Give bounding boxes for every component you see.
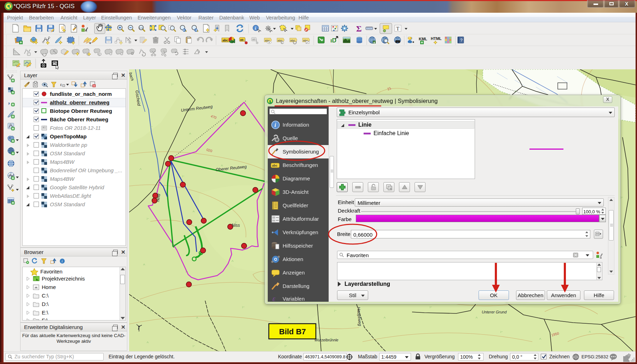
svg-text:Wurzelbrünnle: Wurzelbrünnle (314, 338, 338, 342)
svg-text:a: a (600, 256, 602, 259)
svg-text:1:1: 1:1 (139, 27, 143, 30)
svg-text:a: a (85, 29, 87, 32)
svg-text:?: ? (460, 38, 463, 43)
svg-text:i: i (274, 122, 276, 128)
svg-text:E:\: E:\ (42, 310, 48, 316)
svg-text:ε: ε (60, 82, 62, 87)
svg-text:F:\: F:\ (42, 317, 48, 320)
svg-text:abc: abc (272, 164, 278, 167)
svg-text:ab: ab (252, 38, 255, 41)
svg-text:i: i (62, 259, 63, 263)
svg-text:D:\: D:\ (42, 301, 49, 307)
svg-text:Σ: Σ (356, 24, 362, 33)
svg-text:Projektverzeichnis: Projektverzeichnis (42, 276, 85, 282)
svg-text:Home: Home (42, 284, 56, 290)
svg-text:heid: heid (155, 193, 161, 202)
svg-text:HTML: HTML (431, 36, 442, 41)
svg-text:Unterer Grund: Unterer Grund (482, 310, 507, 314)
svg-text:KML: KML (419, 37, 427, 41)
svg-text:Niss: Niss (232, 223, 240, 228)
svg-text:T: T (396, 26, 399, 31)
svg-text:Favoriten: Favoriten (40, 268, 63, 275)
svg-text:,: , (8, 97, 10, 105)
svg-text:ab: ab (240, 38, 243, 41)
svg-text:ıD: ıD (330, 37, 336, 44)
svg-text:Bild B7: Bild B7 (279, 327, 306, 336)
svg-text:ε: ε (272, 294, 276, 303)
svg-text:C:\: C:\ (42, 293, 49, 299)
